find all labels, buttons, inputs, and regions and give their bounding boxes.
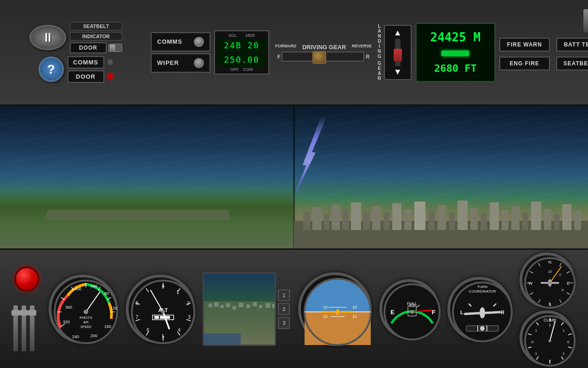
altitude-display: 24425 M 2680 FT [415,23,496,82]
svg-text:5: 5 [162,334,164,339]
svg-rect-10 [392,203,401,230]
eng-fire-btn[interactable]: ENG FIRE [499,57,550,70]
lever-3[interactable] [30,305,34,351]
comms-wiper-section: COMMS WIPER [151,32,210,73]
comms-knob[interactable] [194,37,204,47]
svg-rect-81 [214,302,219,307]
door-toggle-1[interactable] [108,44,122,52]
svg-point-126 [480,326,485,331]
svg-rect-24 [544,209,551,230]
svg-rect-87 [253,302,257,306]
door-btn-2[interactable]: DOOR [68,70,104,83]
f-label: F [277,54,281,59]
svg-text:9: 9 [162,284,164,289]
svg-rect-16 [458,201,468,230]
svg-rect-73 [154,316,159,319]
gear-title: DRIVING GEAR [302,44,346,51]
gear-slider-knob[interactable] [312,51,326,64]
radio-display-section: SOL MDE 24B 20 250.00 OFF COM [214,30,269,75]
svg-text:7: 7 [136,315,138,320]
landing-gear-section: LANDING GEAR ▲ ▼ [378,23,412,81]
sol-label: SOL [228,33,237,38]
svg-rect-27 [574,211,581,230]
altitude-feet: 2680 FT [434,63,477,74]
driving-gear-section: FORWARD DRIVING GEAR REVERSE F R [273,43,374,62]
gps-display [203,272,276,346]
svg-text:8: 8 [136,301,138,306]
svg-rect-15 [449,213,455,230]
svg-text:200: 200 [90,334,97,338]
fuel-gauge: E F FULL [379,279,439,339]
radio-com-label: COM [243,67,253,72]
svg-rect-88 [259,305,262,308]
altitude-meters: 24425 M [430,30,481,44]
lever-2[interactable] [22,305,26,351]
emergency-button[interactable] [14,266,40,292]
svg-rect-5 [342,209,349,230]
svg-point-174 [548,339,551,342]
svg-text:1: 1 [563,351,565,356]
svg-text:R: R [501,310,504,315]
svg-rect-80 [209,304,212,307]
gps-btn-3[interactable]: 3 [278,317,290,329]
svg-rect-3 [324,214,329,230]
svg-text:KNOTS: KNOTS [79,316,92,320]
svg-rect-19 [490,202,499,230]
svg-rect-14 [437,205,446,230]
door-label-1[interactable]: DOOR [70,42,107,53]
svg-rect-2 [312,207,322,230]
svg-text:120: 120 [110,306,117,310]
reverse-label: REVERSE [352,44,372,51]
gps-btn-2[interactable]: 2 [278,303,290,315]
svg-text:TURN: TURN [477,285,487,289]
batt-temp-btn[interactable]: BATT TEMP [556,38,588,52]
comms-btn[interactable]: COMMS [68,56,104,69]
svg-rect-13 [428,211,435,230]
radio-scroll[interactable] [583,9,588,32]
svg-text:COORDINATOR: COORDINATOR [469,289,496,293]
gear-slider-track[interactable] [282,52,364,62]
svg-text:3: 3 [559,273,561,276]
svg-text:6: 6 [562,288,564,292]
svg-text:1: 1 [563,328,565,333]
svg-rect-102 [321,311,335,313]
svg-text:W: W [529,281,533,286]
svg-rect-17 [470,208,478,230]
comms-btn-main[interactable]: COMMS [151,32,210,52]
wiper-knob[interactable] [194,58,204,68]
svg-point-114 [410,310,414,314]
gps-buttons: 1 2 3 [278,289,290,329]
svg-rect-90 [272,304,276,308]
svg-rect-11 [404,209,412,230]
radio-off-label: OFF [231,67,239,72]
svg-rect-103 [340,311,354,313]
svg-text:2: 2 [187,301,190,306]
svg-text:E: E [567,281,570,286]
lever-1[interactable] [13,305,18,351]
svg-text:FULL: FULL [407,301,417,306]
svg-text:320: 320 [63,320,70,324]
help-icon[interactable]: ? [39,57,64,82]
gps-section: 1 2 3 [203,272,290,346]
altitude-bar [441,51,469,56]
seatbelt-icon [29,25,66,50]
svg-text:10: 10 [323,314,328,319]
svg-text:0: 0 [567,340,570,344]
fire-warn-btn[interactable]: FIRE WARN [499,38,550,52]
wiper-btn[interactable]: WIPER [151,53,210,73]
gear-bar-red [394,49,402,62]
svg-rect-23 [531,201,541,230]
svg-text:L: L [460,310,464,315]
throttle-levers [13,296,41,351]
arrow-up-icon: ▲ [394,28,402,38]
svg-point-105 [336,310,339,313]
svg-text:2: 2 [549,323,551,327]
svg-text:10: 10 [352,314,357,319]
svg-rect-6 [351,202,361,230]
svg-rect-22 [522,213,528,230]
seatbelts-btn[interactable]: SEATBELTS [556,57,588,70]
gps-btn-1[interactable]: 1 [278,289,290,301]
door-indicator [107,73,113,80]
radio-freq-2: 250.00 [217,53,266,66]
svg-text:10: 10 [352,305,357,310]
